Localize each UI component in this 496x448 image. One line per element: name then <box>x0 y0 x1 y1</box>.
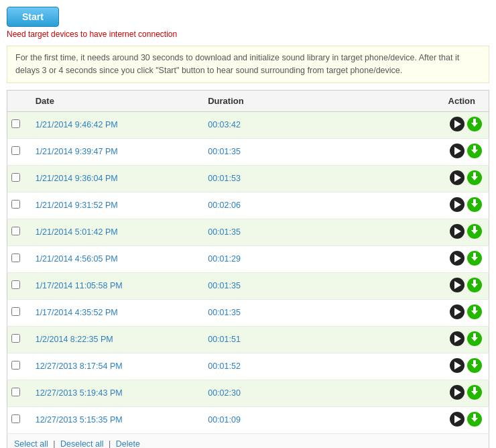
row-checkbox-cell <box>7 326 29 353</box>
row-date: 12/27/2013 5:19:43 PM <box>29 380 202 406</box>
action-icons <box>450 358 482 373</box>
row-checkbox[interactable] <box>11 254 20 262</box>
play-icon[interactable] <box>450 412 464 427</box>
row-checkbox-cell <box>7 165 29 192</box>
action-icons <box>450 331 482 346</box>
row-duration: 00:01:29 <box>201 245 402 272</box>
row-checkbox-cell <box>7 406 29 433</box>
download-icon[interactable] <box>467 251 482 266</box>
row-checkbox-cell <box>7 245 29 272</box>
info-box: For the first time, it needs around 30 s… <box>7 46 489 83</box>
row-date: 1/21/2014 9:39:47 PM <box>29 138 202 165</box>
action-icons <box>450 170 482 185</box>
row-action-cell <box>403 353 489 380</box>
download-icon[interactable] <box>467 117 482 131</box>
header-date: Date <box>29 90 202 111</box>
download-icon[interactable] <box>467 197 482 212</box>
deselect-all-link[interactable]: Deselect all <box>60 439 104 449</box>
row-checkbox-cell <box>7 192 29 219</box>
select-all-link[interactable]: Select all <box>14 439 48 449</box>
play-icon[interactable] <box>450 224 464 239</box>
table-row: 1/21/2014 9:31:52 PM00:02:06 <box>7 192 489 219</box>
download-icon[interactable] <box>467 331 482 346</box>
row-date: 1/21/2014 9:36:04 PM <box>29 165 202 192</box>
row-date: 12/27/2013 8:17:54 PM <box>29 353 202 380</box>
action-icons <box>450 385 482 400</box>
play-icon[interactable] <box>450 144 464 158</box>
row-checkbox[interactable] <box>11 307 20 316</box>
row-action-cell <box>403 111 489 138</box>
row-checkbox[interactable] <box>11 200 20 209</box>
table-row: 12/27/2013 5:15:35 PM00:01:09 <box>7 406 489 433</box>
action-icons <box>450 278 482 292</box>
table-row: 1/17/2014 4:35:52 PM00:01:35 <box>7 299 489 326</box>
row-date: 1/2/2014 8:22:35 PM <box>29 326 202 353</box>
row-checkbox[interactable] <box>11 227 20 235</box>
play-icon[interactable] <box>450 197 464 212</box>
row-checkbox[interactable] <box>11 414 20 423</box>
play-icon[interactable] <box>450 358 464 373</box>
action-icons <box>450 304 482 319</box>
row-duration: 00:01:09 <box>201 406 402 433</box>
row-date: 1/21/2014 5:01:42 PM <box>29 219 202 245</box>
row-checkbox[interactable] <box>11 334 20 343</box>
table-row: 1/17/2014 11:05:58 PM00:01:35 <box>7 272 489 299</box>
play-icon[interactable] <box>450 304 464 319</box>
table-row: 1/21/2014 9:46:42 PM00:03:42 <box>7 111 489 138</box>
row-action-cell <box>403 165 489 192</box>
table-header-row: Date Duration Action <box>7 90 489 111</box>
row-action-cell <box>403 272 489 299</box>
download-icon[interactable] <box>467 144 482 158</box>
row-checkbox-cell <box>7 380 29 406</box>
row-action-cell <box>403 138 489 165</box>
separator-1: | <box>53 439 55 449</box>
play-icon[interactable] <box>450 251 464 266</box>
row-date: 1/17/2014 4:35:52 PM <box>29 299 202 326</box>
row-checkbox[interactable] <box>11 388 20 396</box>
play-icon[interactable] <box>450 170 464 185</box>
row-duration: 00:02:30 <box>201 380 402 406</box>
table-row: 1/21/2014 9:39:47 PM00:01:35 <box>7 138 489 165</box>
row-checkbox[interactable] <box>11 146 20 155</box>
table-row: 1/21/2014 9:36:04 PM00:01:53 <box>7 165 489 192</box>
download-icon[interactable] <box>467 304 482 319</box>
row-duration: 00:01:52 <box>201 353 402 380</box>
delete-link[interactable]: Delete <box>116 439 140 449</box>
download-icon[interactable] <box>467 412 482 427</box>
row-action-cell <box>403 380 489 406</box>
row-date: 12/27/2013 5:15:35 PM <box>29 406 202 433</box>
download-icon[interactable] <box>467 278 482 292</box>
download-icon[interactable] <box>467 170 482 185</box>
row-duration: 00:01:35 <box>201 299 402 326</box>
row-duration: 00:01:35 <box>201 272 402 299</box>
row-action-cell <box>403 245 489 272</box>
play-icon[interactable] <box>450 385 464 400</box>
table-row: 1/21/2014 4:56:05 PM00:01:29 <box>7 245 489 272</box>
table-row: 12/27/2013 8:17:54 PM00:01:52 <box>7 353 489 380</box>
download-icon[interactable] <box>467 358 482 373</box>
play-icon[interactable] <box>450 331 464 346</box>
row-checkbox-cell <box>7 138 29 165</box>
row-checkbox[interactable] <box>11 361 20 370</box>
header-duration: Duration <box>201 90 402 111</box>
row-checkbox[interactable] <box>11 119 20 128</box>
action-icons <box>450 251 482 266</box>
separator-2: | <box>109 439 111 449</box>
row-duration: 00:01:35 <box>201 219 402 245</box>
start-button[interactable]: Start <box>7 7 59 27</box>
play-icon[interactable] <box>450 117 464 131</box>
footer-links: Select all | Deselect all | Delete <box>7 434 489 449</box>
table-row: 1/2/2014 8:22:35 PM00:01:51 <box>7 326 489 353</box>
download-icon[interactable] <box>467 385 482 400</box>
action-icons <box>450 144 482 158</box>
row-checkbox[interactable] <box>11 280 20 289</box>
action-icons <box>450 224 482 239</box>
row-action-cell <box>403 219 489 245</box>
row-action-cell <box>403 326 489 353</box>
row-checkbox[interactable] <box>11 173 20 182</box>
row-action-cell <box>403 192 489 219</box>
play-icon[interactable] <box>450 278 464 292</box>
download-icon[interactable] <box>467 224 482 239</box>
row-checkbox-cell <box>7 111 29 138</box>
row-checkbox-cell <box>7 272 29 299</box>
